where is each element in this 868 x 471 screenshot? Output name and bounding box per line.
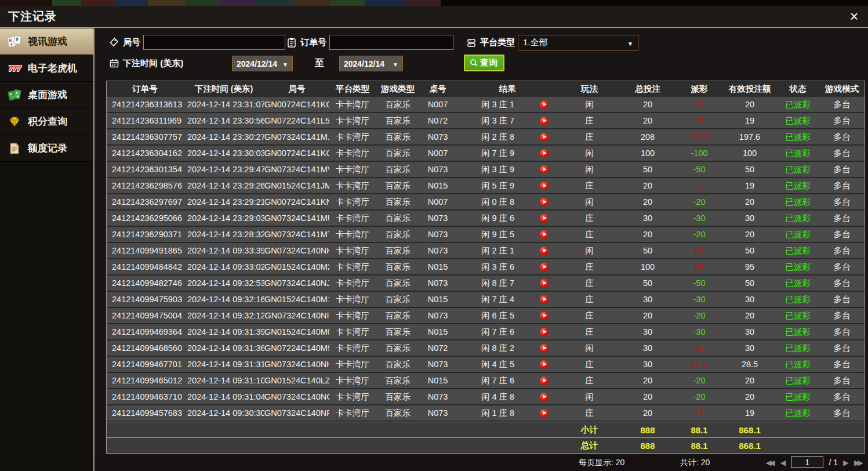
- cell-game: 百家乐: [376, 375, 420, 386]
- play-video-icon[interactable]: [540, 117, 549, 125]
- sidebar-item-5[interactable]: 额度记录: [0, 135, 93, 162]
- cell-table: N015: [420, 327, 456, 336]
- caret-down-icon: [627, 38, 633, 48]
- close-icon[interactable]: ×: [845, 7, 863, 26]
- play-video-icon[interactable]: [540, 214, 549, 223]
- cell-time: 2024-12-14 09:31:04: [183, 392, 264, 401]
- result-cell: 闲 4 庄 8: [456, 392, 559, 403]
- table-row: 2412142363013542024-12-14 23:29:47GN0732…: [107, 162, 865, 177]
- table-row: 2412140994576832024-12-14 09:30:30GN0732…: [107, 405, 865, 421]
- play-video-icon[interactable]: [540, 247, 549, 255]
- play-video-icon[interactable]: [540, 133, 549, 142]
- date-to-select[interactable]: 2024/12/14: [339, 56, 403, 71]
- query-button[interactable]: 查询: [464, 55, 504, 71]
- date-from-value: 2024/12/14: [237, 59, 277, 68]
- cell-bet: 庄: [559, 375, 620, 386]
- cell-mode: 多台: [819, 180, 865, 191]
- column-header: 局号: [264, 84, 329, 95]
- cell-platform: 卡卡湾厅: [329, 115, 376, 126]
- cell-platform: 卡卡湾厅: [329, 229, 376, 240]
- bets-table: 订单号下注时间 (美东)局号平台类型游戏类型桌号结果玩法总投注派彩有效投注额状态…: [106, 81, 865, 454]
- sidebar-item-2[interactable]: 777电子老虎机: [0, 55, 93, 82]
- play-video-icon[interactable]: [540, 149, 549, 158]
- play-video-icon[interactable]: [540, 409, 549, 418]
- result-text: 闲 8 庄 7: [456, 278, 540, 289]
- cell-round: GN07324C141MV: [264, 165, 329, 174]
- result-cell: 闲 9 庄 5: [456, 229, 559, 240]
- cell-platform: 卡卡湾厅: [329, 359, 376, 370]
- round-number-input[interactable]: [143, 35, 285, 50]
- cell-total: 100: [620, 148, 675, 158]
- sidebar-item-4[interactable]: 积分查询: [0, 108, 93, 135]
- subtotal-value: 小计: [559, 425, 620, 436]
- result-cell: 闲 3 庄 6: [456, 262, 559, 273]
- total-count-label: 共计:: [680, 458, 699, 467]
- cell-valid: 20: [723, 100, 776, 109]
- table-row: 2412142363119692024-12-14 23:30:56GN0722…: [107, 113, 865, 128]
- previous-page-icon[interactable]: [780, 458, 786, 467]
- play-video-icon[interactable]: [540, 182, 549, 190]
- play-video-icon[interactable]: [540, 376, 549, 385]
- cell-time: 2024-12-14 09:33:02: [183, 262, 264, 271]
- play-video-icon[interactable]: [540, 165, 549, 174]
- cell-order: 241214236290371: [107, 230, 183, 239]
- cell-status: 已派彩: [776, 375, 819, 386]
- play-video-icon[interactable]: [540, 344, 549, 353]
- play-video-icon[interactable]: [540, 100, 549, 109]
- play-video-icon[interactable]: [540, 360, 549, 369]
- cell-valid: 50: [723, 165, 776, 174]
- sidebar-item-label: 桌面游戏: [28, 88, 67, 102]
- sidebar-item-3[interactable]: 桌面游戏: [0, 82, 93, 108]
- date-from-select[interactable]: 2024/12/14: [232, 56, 293, 71]
- cell-game: 百家乐: [376, 343, 420, 354]
- sidebar-item-1[interactable]: K♥9视讯游戏: [0, 28, 93, 55]
- cell-bet: 庄: [559, 262, 620, 273]
- cell-order: 241214099468560: [107, 343, 183, 353]
- cell-valid: 30: [723, 213, 776, 223]
- next-page-icon[interactable]: [843, 458, 849, 467]
- cell-round: GN07324C141MT: [264, 230, 329, 239]
- play-video-icon[interactable]: [540, 230, 549, 239]
- cell-payout: -100: [675, 148, 723, 158]
- column-header: 订单号: [107, 84, 183, 95]
- first-page-icon[interactable]: [765, 458, 775, 467]
- cell-bet: 闲: [559, 343, 620, 354]
- cell-platform: 卡卡湾厅: [329, 294, 376, 305]
- cell-payout: -30: [675, 295, 723, 304]
- play-video-icon[interactable]: [540, 295, 549, 304]
- play-video-icon[interactable]: [540, 311, 549, 320]
- cell-bet: 庄: [559, 180, 620, 191]
- cell-total: 50: [620, 278, 675, 288]
- cell-bet: 闲: [559, 392, 620, 403]
- main-panel: 局号 订单号 平台类型 1.全部: [95, 28, 868, 471]
- page-number-input[interactable]: [791, 456, 823, 468]
- cell-mode: 多台: [819, 197, 865, 208]
- table-row: 2412140994637102024-12-14 09:31:04GN0732…: [107, 389, 865, 404]
- date-range-to-label: 至: [315, 57, 324, 70]
- order-number-input[interactable]: [329, 35, 453, 50]
- cell-time: 2024-12-14 09:31:31: [183, 360, 264, 369]
- cell-order: 241214099457683: [107, 408, 183, 418]
- cell-status: 已派彩: [776, 115, 819, 126]
- cell-time: 2024-12-14 09:32:16: [183, 295, 264, 304]
- last-page-icon[interactable]: [854, 458, 863, 467]
- cell-game: 百家乐: [376, 197, 420, 208]
- play-video-icon[interactable]: [540, 263, 549, 271]
- platform-type-select[interactable]: 1.全部: [518, 35, 638, 50]
- cell-total: 20: [620, 311, 675, 320]
- cell-status: 已派彩: [776, 213, 819, 224]
- page-total-text: / 1: [829, 458, 838, 467]
- result-text: 闲 5 庄 9: [456, 180, 540, 191]
- cell-game: 百家乐: [376, 229, 420, 240]
- betting-records-window: 下注记录 × K♥9视讯游戏777电子老虎机桌面游戏积分查询额度记录 局号 订单…: [0, 0, 868, 471]
- grand-total-value: 888: [620, 441, 675, 451]
- per-page-label: 每页显示:: [579, 458, 613, 467]
- cell-order: 241214099484842: [107, 262, 183, 271]
- play-video-icon[interactable]: [540, 198, 549, 206]
- play-video-icon[interactable]: [540, 328, 549, 336]
- sidebar-menu: K♥9视讯游戏777电子老虎机桌面游戏积分查询额度记录: [0, 28, 95, 471]
- play-video-icon[interactable]: [540, 393, 549, 401]
- play-video-icon[interactable]: [540, 279, 549, 288]
- column-header: 结果: [456, 84, 559, 95]
- cell-round: GN07324C140NG: [264, 392, 329, 401]
